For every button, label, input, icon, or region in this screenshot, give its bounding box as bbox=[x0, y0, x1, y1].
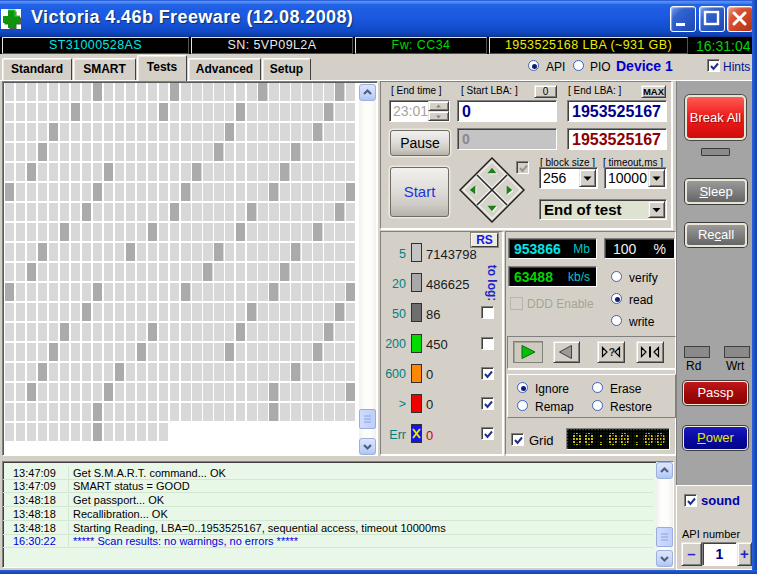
svg-text:?: ? bbox=[609, 346, 616, 358]
